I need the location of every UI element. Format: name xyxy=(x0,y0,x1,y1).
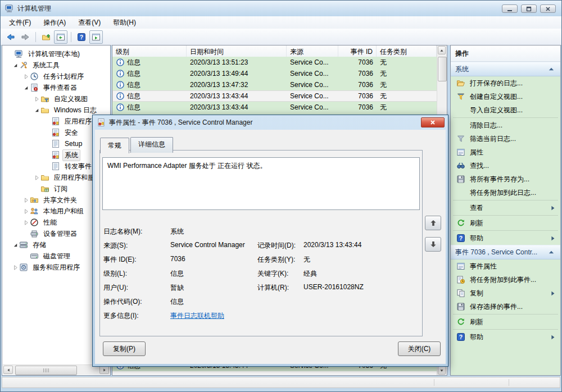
back-button[interactable] xyxy=(4,30,17,44)
tree-item[interactable]: 系统工具 xyxy=(2,60,110,71)
actionpane-icon xyxy=(92,33,101,42)
tree-item[interactable]: 任务计划程序 xyxy=(2,71,110,82)
log-alert-icon xyxy=(51,128,60,137)
table-row[interactable]: 信息2020/3/13 13:47:32Service Co...7036无 xyxy=(112,79,437,90)
show-console-tree-button[interactable] xyxy=(54,30,67,44)
action-item[interactable]: 查看 xyxy=(451,201,560,215)
expand-arrow-icon[interactable] xyxy=(22,207,30,215)
collapse-arrow-icon[interactable] xyxy=(11,241,19,249)
expand-arrow-icon[interactable] xyxy=(22,196,30,204)
cell: 信息 xyxy=(112,102,187,113)
action-item[interactable]: 将任务附加到此日志... xyxy=(451,186,560,199)
action-item[interactable]: 复制 xyxy=(451,286,560,300)
action-item[interactable]: 查找... xyxy=(451,159,560,172)
collapse-arrow-icon[interactable] xyxy=(11,61,19,69)
table-row[interactable]: 信息2020/3/13 13:43:44Service Co...7036无 xyxy=(112,102,437,113)
tree-item[interactable]: 自定义视图 xyxy=(2,93,110,104)
action-item[interactable]: 事件属性 xyxy=(451,259,560,273)
action-item[interactable]: 打开保存的日志... xyxy=(451,76,560,90)
tree-item-label: 系统工具 xyxy=(30,60,62,71)
action-section-header[interactable]: 事件 7036 , Service Contr... xyxy=(451,245,560,259)
tab-details[interactable]: 详细信息 xyxy=(130,137,173,153)
action-item-label: 将所有事件另存为... xyxy=(470,175,549,184)
action-section-header[interactable]: 系统 xyxy=(451,62,560,76)
copy-button[interactable]: 复制(P) xyxy=(103,341,146,356)
window-title: 计算机管理 xyxy=(17,4,51,13)
export-list-button[interactable] xyxy=(39,30,53,44)
action-item[interactable]: 刷新 xyxy=(451,315,560,329)
log-plain-icon xyxy=(51,162,60,171)
collapse-arrow-icon[interactable] xyxy=(33,106,40,114)
action-item[interactable]: 属性 xyxy=(451,145,560,159)
previous-event-button[interactable] xyxy=(425,216,441,230)
performance-icon xyxy=(30,218,39,227)
scrollbar-thumb[interactable] xyxy=(15,366,77,375)
online-help-link[interactable]: 事件日志联机帮助 xyxy=(170,311,224,321)
expand-arrow-icon[interactable] xyxy=(33,95,40,103)
show-action-pane-button[interactable] xyxy=(89,30,103,44)
tree-item[interactable]: Windows 日志 xyxy=(2,104,110,116)
dialog-titlebar[interactable]: 事件属性 - 事件 7036 , Service Control Manager xyxy=(93,115,448,130)
tree-arrow-spacer xyxy=(22,252,30,260)
action-item[interactable]: 将所有事件另存为... xyxy=(451,172,560,186)
close-button[interactable] xyxy=(540,4,556,13)
action-item-label: 事件属性 xyxy=(470,262,549,271)
action-pane: 操作 系统打开保存的日志...创建自定义视图...导入自定义视图...清除日志.… xyxy=(450,45,561,376)
scrollbar-thumb[interactable] xyxy=(438,57,447,81)
table-row[interactable]: 信息2020/3/13 13:51:23Service Co...7036无 xyxy=(112,57,437,68)
action-separator xyxy=(453,329,558,330)
info-icon xyxy=(116,103,125,112)
action-item[interactable]: 保存选择的事件... xyxy=(451,300,560,313)
column-header[interactable]: 事件 ID xyxy=(338,45,377,57)
next-event-button[interactable] xyxy=(425,237,441,252)
expand-arrow-icon[interactable] xyxy=(22,72,30,80)
close-dialog-button[interactable]: 关闭(C) xyxy=(398,341,441,356)
column-header[interactable]: 级别 xyxy=(112,45,187,57)
action-item[interactable]: 将任务附加到此事件... xyxy=(451,273,560,286)
tree-item-label: 性能 xyxy=(41,217,59,229)
scroll-right-button[interactable] xyxy=(99,366,109,374)
submenu-arrow-icon xyxy=(549,205,556,211)
tree-item[interactable]: 计算机管理(本地) xyxy=(2,48,110,60)
scroll-up-button[interactable] xyxy=(438,46,446,54)
help-button[interactable]: ? xyxy=(75,30,88,44)
expand-arrow-icon[interactable] xyxy=(11,263,19,271)
copy-icon xyxy=(456,289,465,298)
action-item[interactable]: 清除日志... xyxy=(451,118,560,132)
forward-button[interactable] xyxy=(19,30,32,44)
menu-item-0[interactable]: 文件(F) xyxy=(3,16,37,30)
expand-arrow-icon[interactable] xyxy=(33,174,40,181)
action-item[interactable]: ?帮助 xyxy=(451,330,560,344)
scroll-down-button[interactable] xyxy=(438,366,446,375)
table-row[interactable]: 信息2020/3/13 13:43:44Service Co...7036无 xyxy=(112,90,437,102)
action-item[interactable]: ?帮助 xyxy=(451,231,560,245)
submenu-arrow-icon xyxy=(549,334,556,340)
dialog-close-button[interactable] xyxy=(421,117,445,127)
cell: 无 xyxy=(377,90,437,102)
column-header[interactable]: 任务类别 xyxy=(377,45,437,57)
scroll-left-button[interactable] xyxy=(3,366,13,374)
menu-item-1[interactable]: 操作(A) xyxy=(37,16,72,30)
tree-arrow-spacer xyxy=(7,50,15,58)
action-item[interactable]: 导入自定义视图... xyxy=(451,103,560,117)
minimize-button[interactable] xyxy=(502,4,518,13)
column-header[interactable]: 日期和时间 xyxy=(187,45,287,57)
action-item[interactable]: 创建自定义视图... xyxy=(451,90,560,103)
tab-general[interactable]: 常规 xyxy=(100,138,129,153)
tree-item[interactable]: 事件查看器 xyxy=(2,82,110,93)
tree-item-label: 事件查看器 xyxy=(41,82,79,94)
titlebar[interactable]: 计算机管理 xyxy=(1,1,561,17)
action-item[interactable]: 筛选当前日志... xyxy=(451,132,560,145)
menu-item-3[interactable]: 帮助(H) xyxy=(107,16,142,30)
maximize-button[interactable] xyxy=(521,4,537,13)
table-row[interactable]: 信息2020/3/13 13:49:44Service Co...7036无 xyxy=(112,68,437,79)
collapse-arrow-icon[interactable] xyxy=(22,84,30,92)
save-icon xyxy=(456,302,465,311)
cell: 信息 xyxy=(112,68,187,79)
tree-item-label: Setup xyxy=(62,139,84,149)
column-header[interactable]: 来源 xyxy=(287,45,338,57)
expand-arrow-icon[interactable] xyxy=(22,218,30,226)
menu-item-2[interactable]: 查看(V) xyxy=(72,16,107,30)
action-item[interactable]: 刷新 xyxy=(451,216,560,230)
tree-item-label: 任务计划程序 xyxy=(41,71,86,83)
